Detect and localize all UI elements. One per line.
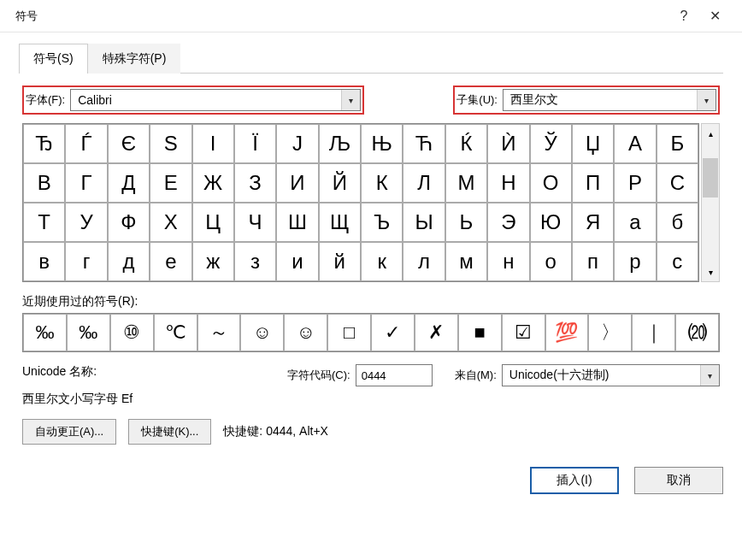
- symbol-cell[interactable]: г: [65, 242, 107, 281]
- symbol-cell[interactable]: Х: [150, 203, 191, 242]
- symbol-cell[interactable]: О: [530, 163, 572, 203]
- symbol-cell[interactable]: З: [234, 163, 276, 203]
- symbol-cell[interactable]: н: [487, 242, 529, 281]
- charcode-input[interactable]: [356, 364, 433, 386]
- symbol-cell[interactable]: И: [276, 163, 318, 203]
- symbol-cell[interactable]: в: [23, 242, 65, 281]
- symbol-cell[interactable]: Ј: [276, 124, 318, 163]
- symbol-cell[interactable]: Р: [614, 163, 656, 203]
- symbol-cell[interactable]: С: [657, 163, 698, 203]
- from-dropdown[interactable]: Unicode(十六进制) ▾: [502, 364, 720, 386]
- symbol-cell[interactable]: а: [614, 203, 656, 242]
- symbol-cell[interactable]: Н: [487, 163, 529, 203]
- symbol-cell[interactable]: Ш: [276, 203, 318, 242]
- symbol-cell[interactable]: п: [572, 242, 614, 281]
- symbol-cell[interactable]: Я: [572, 203, 614, 242]
- symbol-cell[interactable]: Ф: [108, 203, 150, 242]
- symbol-cell[interactable]: Џ: [572, 124, 614, 163]
- symbol-cell[interactable]: Щ: [319, 203, 361, 242]
- symbol-cell[interactable]: Ц: [192, 203, 234, 242]
- symbol-cell[interactable]: й: [319, 242, 361, 281]
- recent-cell[interactable]: ✓: [371, 314, 415, 351]
- symbol-cell[interactable]: о: [530, 242, 572, 281]
- recent-cell[interactable]: ⑩: [110, 314, 154, 351]
- scroll-up-icon[interactable]: ▴: [702, 124, 719, 143]
- symbol-cell[interactable]: Ў: [530, 124, 572, 163]
- close-icon[interactable]: ✕: [699, 3, 730, 30]
- symbol-cell[interactable]: к: [361, 242, 403, 281]
- symbol-cell[interactable]: Ь: [445, 203, 487, 242]
- symbol-cell[interactable]: Е: [150, 163, 191, 203]
- font-dropdown[interactable]: Calibri ▾: [70, 89, 361, 111]
- symbol-cell[interactable]: Л: [403, 163, 445, 203]
- symbol-cell[interactable]: Э: [487, 203, 529, 242]
- symbol-cell[interactable]: М: [445, 163, 487, 203]
- symbol-cell[interactable]: Ъ: [361, 203, 403, 242]
- symbol-cell[interactable]: Б: [657, 124, 698, 163]
- symbol-cell[interactable]: Є: [108, 124, 150, 163]
- symbol-cell[interactable]: е: [150, 242, 191, 281]
- symbol-cell[interactable]: Ж: [192, 163, 234, 203]
- symbol-cell[interactable]: Ѝ: [487, 124, 529, 163]
- help-icon[interactable]: ?: [668, 3, 699, 30]
- symbol-cell[interactable]: Д: [108, 163, 150, 203]
- symbol-cell[interactable]: л: [403, 242, 445, 281]
- symbol-cell[interactable]: Ѓ: [65, 124, 107, 163]
- symbol-cell[interactable]: Ћ: [403, 124, 445, 163]
- subset-dropdown[interactable]: 西里尔文 ▾: [503, 89, 716, 111]
- symbol-cell[interactable]: Ќ: [445, 124, 487, 163]
- autocorrect-button[interactable]: 自动更正(A)...: [22, 419, 116, 445]
- scroll-down-icon[interactable]: ▾: [702, 262, 719, 281]
- recent-cell[interactable]: ｜: [632, 314, 675, 351]
- symbol-cell[interactable]: ж: [192, 242, 234, 281]
- shortcutkey-button[interactable]: 快捷键(K)...: [128, 419, 211, 445]
- recent-cell[interactable]: 〉: [588, 314, 632, 351]
- symbol-cell[interactable]: В: [23, 163, 65, 203]
- insert-button[interactable]: 插入(I): [530, 467, 619, 494]
- recent-cell[interactable]: ‰: [23, 314, 67, 351]
- symbol-cell[interactable]: з: [234, 242, 276, 281]
- recent-cell[interactable]: 💯: [545, 314, 589, 351]
- symbol-cell[interactable]: Њ: [361, 124, 403, 163]
- symbol-cell[interactable]: У: [65, 203, 107, 242]
- symbol-cell[interactable]: Й: [319, 163, 361, 203]
- symbol-cell[interactable]: К: [361, 163, 403, 203]
- symbol-cell[interactable]: б: [657, 203, 698, 242]
- scroll-thumb[interactable]: [703, 158, 718, 197]
- cancel-button[interactable]: 取消: [634, 467, 723, 494]
- symbol-cell[interactable]: П: [572, 163, 614, 203]
- recent-cell[interactable]: ⒇: [675, 314, 719, 351]
- tab-special-chars[interactable]: 特殊字符(P): [88, 44, 181, 74]
- symbol-cell[interactable]: Ы: [403, 203, 445, 242]
- scroll-track[interactable]: [702, 143, 719, 262]
- tab-symbol[interactable]: 符号(S): [19, 44, 88, 74]
- symbol-cell[interactable]: Ю: [530, 203, 572, 242]
- recent-cell[interactable]: ■: [458, 314, 502, 351]
- symbol-cell[interactable]: м: [445, 242, 487, 281]
- symbol-cell[interactable]: с: [657, 242, 698, 281]
- symbol-cell[interactable]: Ѕ: [150, 124, 191, 163]
- symbol-cell[interactable]: Г: [65, 163, 107, 203]
- symbol-cell[interactable]: А: [614, 124, 656, 163]
- symbol-cell[interactable]: Ђ: [23, 124, 65, 163]
- chevron-down-icon[interactable]: ▾: [341, 90, 360, 110]
- chevron-down-icon[interactable]: ▾: [700, 365, 719, 386]
- recent-cell[interactable]: ～: [197, 314, 241, 351]
- symbol-cell[interactable]: д: [108, 242, 150, 281]
- symbol-cell[interactable]: Ї: [234, 124, 276, 163]
- chevron-down-icon[interactable]: ▾: [697, 90, 716, 110]
- recent-cell[interactable]: ☺: [240, 314, 284, 351]
- symbol-scrollbar[interactable]: ▴ ▾: [701, 123, 720, 282]
- recent-cell[interactable]: □: [327, 314, 371, 351]
- recent-cell[interactable]: ☺: [284, 314, 327, 351]
- symbol-cell[interactable]: Ч: [234, 203, 276, 242]
- symbol-cell[interactable]: Т: [23, 203, 65, 242]
- recent-cell[interactable]: ℃: [154, 314, 197, 351]
- symbol-cell[interactable]: Љ: [319, 124, 361, 163]
- symbol-cell[interactable]: І: [192, 124, 234, 163]
- symbol-cell[interactable]: и: [276, 242, 318, 281]
- symbol-cell[interactable]: р: [614, 242, 656, 281]
- recent-cell[interactable]: ‰: [67, 314, 110, 351]
- recent-cell[interactable]: ☑: [502, 314, 545, 351]
- recent-cell[interactable]: ✗: [415, 314, 458, 351]
